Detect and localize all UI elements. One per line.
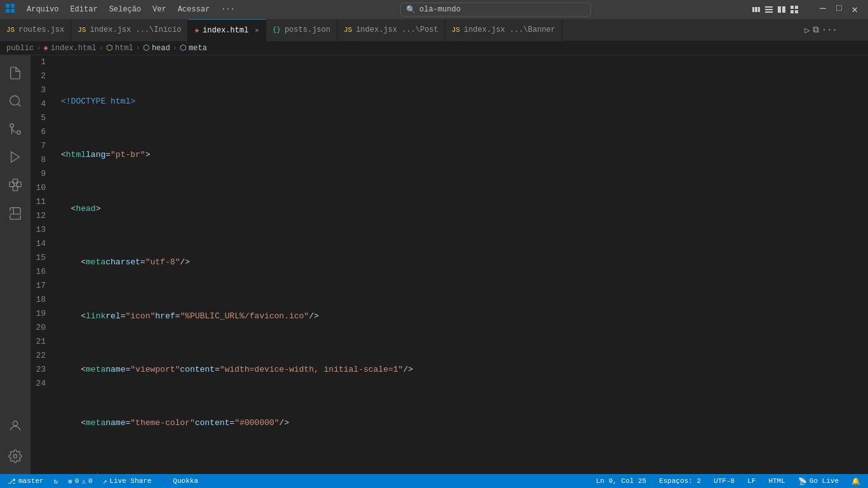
status-right: Ln 9, Col 25 Espaços: 2 UTF-8 LF HTML 📡 … [593,474,863,488]
tab-icon-banner: JS [452,26,460,34]
more-actions-button[interactable]: ··· [822,25,837,36]
tab-index-html[interactable]: ◈ index.html ✕ [188,19,266,41]
activity-account-icon[interactable] [3,413,28,438]
layout2-icon[interactable] [776,4,787,15]
code-line-6: <meta name="viewport" content="width=dev… [56,363,868,377]
go-live-text: Go Live [810,477,839,485]
code-line-1: <!DOCTYPE html> [56,95,868,109]
tab-index-post[interactable]: JS index.jsx ...\Post [337,19,445,41]
language-text: HTML [768,477,785,485]
breadcrumb-head[interactable]: head [152,44,170,53]
activity-bar [0,55,31,474]
error-icon: ⊗ [68,477,72,485]
svg-rect-6 [758,7,760,12]
code-line-4: <meta charset="utf-8" /> [56,256,868,270]
breadcrumb-public[interactable]: public [6,44,34,53]
encoding-text: UTF-8 [714,477,735,485]
activity-files-icon[interactable] [3,60,28,86]
svg-rect-4 [752,7,754,12]
status-branch[interactable]: ⎇ master [5,474,46,488]
breadcrumb-folder-icon: ⬡ [106,43,112,53]
minimize-button[interactable]: ─ [815,2,831,17]
svg-point-26 [13,454,17,458]
breadcrumb-meta[interactable]: meta [189,44,207,53]
tab-icon-json: {} [273,26,281,34]
close-button[interactable]: ✕ [846,2,863,17]
svg-point-25 [13,421,17,426]
svg-rect-0 [6,4,10,8]
tab-index-banner[interactable]: JS index.jsx ...\Banner [445,19,562,41]
spaces-text: Espaços: 2 [659,477,701,485]
status-errors[interactable]: ⊗ 0 ⚠ 0 [65,474,95,488]
tab-posts-json[interactable]: {} posts.json [266,19,337,41]
svg-marker-20 [11,152,20,163]
error-count: 0 [75,477,79,485]
quokka-icon: 🐾 [161,477,170,485]
status-go-live[interactable]: 📡 Go Live [796,474,841,488]
status-line-col[interactable]: Ln 9, Col 25 [593,474,649,488]
window-controls: ─ □ ✕ [751,2,863,17]
status-sync[interactable]: ↻ [51,474,61,488]
breadcrumb-tag-icon: ⬡ [143,43,149,53]
live-share-label: Live Share [109,477,151,485]
titlebar: Arquivo Editar Seleção Ver Acessar ··· 🔍… [0,0,868,19]
tab-label-post: index.jsx ...\Post [356,25,438,34]
activity-test-icon[interactable] [3,200,28,226]
svg-rect-11 [782,6,785,13]
run-button[interactable]: ▷ [804,25,810,36]
activity-extensions-icon[interactable] [3,172,28,198]
code-line-2: <html lang="pt-br"> [56,149,868,163]
breadcrumb-indexhtml[interactable]: index.html [51,44,97,53]
status-spaces[interactable]: Espaços: 2 [656,474,703,488]
tab-icon-routes: JS [6,26,15,34]
branch-name: master [18,477,44,485]
code-line-5: <link rel="icon" href="%PUBLIC_URL%/favi… [56,309,868,323]
tab-index-inicio[interactable]: JS index.jsx ...\Início [71,19,188,41]
status-language[interactable]: HTML [766,474,787,488]
code-content: <!DOCTYPE html> <html lang="pt-br"> <hea… [56,55,868,474]
search-area: 🔍 ola-mundo [247,3,745,17]
split-editor-button[interactable]: ⧉ [813,25,819,36]
menu-ver[interactable]: Ver [147,4,172,15]
tabbar-actions: ▷ ⧉ ··· [799,25,843,36]
activity-source-control-icon[interactable] [3,116,28,142]
svg-rect-9 [765,11,773,13]
activity-settings-icon[interactable] [3,444,28,469]
search-box[interactable]: 🔍 ola-mundo [400,3,591,17]
grid-icon[interactable] [789,4,799,15]
svg-rect-12 [790,6,794,9]
status-encoding[interactable]: UTF-8 [711,474,737,488]
layout-icon[interactable] [751,4,761,15]
git-branch-icon: ⎇ [8,477,16,485]
maximize-button[interactable]: □ [831,2,846,17]
activity-debug-icon[interactable] [3,144,28,170]
editor-area: 12345 678910 1112131415 1617181920 21222… [31,55,868,474]
code-editor[interactable]: 12345 678910 1112131415 1617181920 21222… [31,55,868,474]
status-line-ending[interactable]: LF [745,474,758,488]
menu-selecao[interactable]: Seleção [104,4,146,15]
tab-label-json: posts.json [285,25,330,34]
svg-rect-1 [11,4,15,8]
svg-rect-23 [13,179,17,184]
menu-arquivo[interactable]: Arquivo [22,4,64,15]
svg-rect-13 [795,6,798,9]
app-logo [5,3,15,17]
status-quokka[interactable]: 🐾 Quokka [159,474,201,488]
tab-bar: JS routes.jsx JS index.jsx ...\Início ◈ … [0,19,868,41]
menu-more[interactable]: ··· [216,4,240,15]
split-icon[interactable] [764,4,774,15]
tab-close-html[interactable]: ✕ [255,26,259,34]
sync-icon: ↻ [54,477,58,485]
breadcrumb-html[interactable]: html [115,44,133,53]
tab-routes[interactable]: JS routes.jsx [0,19,71,41]
menu-acessar[interactable]: Acessar [173,4,215,15]
svg-rect-3 [11,9,15,13]
svg-rect-7 [765,6,773,8]
tab-label-routes: routes.jsx [18,25,64,34]
activity-search-icon[interactable] [3,88,28,114]
svg-rect-10 [778,6,781,13]
live-share-icon: ↗ [103,477,107,485]
status-live-share[interactable]: ↗ Live Share [100,474,154,488]
menu-editar[interactable]: Editar [65,4,102,15]
status-notifications[interactable]: 🔔 [849,474,863,488]
